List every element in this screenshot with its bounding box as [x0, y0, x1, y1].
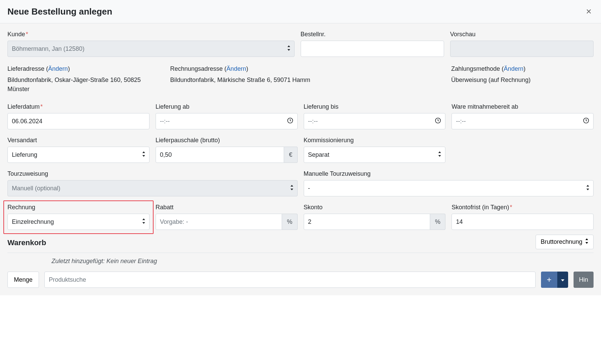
- shipaddr-label: Lieferadresse (Ändern): [7, 64, 163, 73]
- tourassign-placeholder: Manuell (optional): [12, 185, 60, 192]
- deliveryuntil-label: Lieferung bis: [304, 103, 446, 110]
- invoice-highlight: Rechnung Einzelrechnung: [3, 200, 154, 234]
- preview-input: [450, 41, 594, 57]
- deliveryuntil-input[interactable]: [304, 113, 446, 129]
- lastadded-text: Zuletzt hinzugefügt: Kein neuer Eintrag: [52, 258, 594, 265]
- quantity-button[interactable]: Menge: [7, 272, 39, 288]
- orderno-input[interactable]: [301, 41, 444, 57]
- close-icon: ×: [586, 6, 592, 17]
- skonto-label: Skonto: [304, 204, 446, 211]
- tourassign-select[interactable]: Manuell (optional): [7, 180, 298, 196]
- manualtour-value: -: [308, 185, 310, 192]
- caret-down-icon: [561, 277, 564, 282]
- paymethod-value: Überweisung (auf Rechnung): [451, 76, 594, 85]
- close-button[interactable]: ×: [584, 6, 594, 17]
- discount-input[interactable]: [156, 214, 282, 230]
- shipaddr-value: Bildundtonfabrik, Oskar-Jäger-Straße 160…: [7, 76, 163, 94]
- pricemode-select[interactable]: Bruttorechnung: [536, 235, 594, 249]
- picking-value: Separat: [308, 151, 329, 158]
- divider: [7, 253, 594, 253]
- discount-label: Rabatt: [156, 204, 298, 211]
- customer-select-value: Böhmermann, Jan (12580): [12, 45, 84, 52]
- deliverydate-input[interactable]: [7, 113, 149, 129]
- skontodeadline-input[interactable]: [452, 214, 594, 230]
- plus-icon: +: [547, 275, 552, 284]
- billaddr-change-link[interactable]: Ändern: [226, 65, 246, 72]
- tourassign-label: Tourzuweisung: [7, 170, 298, 177]
- picking-label: Kommissionierung: [304, 137, 446, 144]
- shipmethod-value: Lieferung: [12, 151, 37, 158]
- readyfrom-label: Ware mitnahmebereit ab: [452, 103, 594, 110]
- pricemode-value: Bruttorechnung: [541, 238, 582, 245]
- percent-addon: %: [282, 214, 297, 230]
- manualtour-select[interactable]: -: [304, 180, 594, 196]
- deliverydate-label: Lieferdatum: [7, 103, 149, 110]
- billaddr-value: Bildundtonfabrik, Märkische Straße 6, 59…: [170, 76, 444, 85]
- product-search-input[interactable]: [44, 272, 536, 288]
- manualtour-label: Manuelle Tourzuweisung: [304, 170, 594, 177]
- deliveryfrom-input[interactable]: [156, 113, 298, 129]
- picking-select[interactable]: Separat: [304, 147, 446, 163]
- deliveryfrom-label: Lieferung ab: [156, 103, 298, 110]
- skontodeadline-label: Skontofrist (in Tagen): [452, 204, 594, 211]
- customer-label: Kunde: [7, 31, 295, 38]
- paymethod-label: Zahlungsmethode (Ändern): [451, 64, 594, 73]
- percent-addon: %: [430, 214, 445, 230]
- hint-button[interactable]: Hin: [574, 272, 594, 288]
- shipmethod-select[interactable]: Lieferung: [7, 147, 149, 163]
- dialog-title: Neue Bestellung anlegen: [7, 6, 112, 17]
- add-product-split-button: +: [541, 272, 568, 288]
- add-product-button[interactable]: +: [541, 272, 557, 288]
- preview-label: Vorschau: [450, 31, 594, 38]
- orderno-label: Bestellnr.: [301, 31, 444, 38]
- customer-select[interactable]: Böhmermann, Jan (12580): [7, 41, 295, 57]
- invoice-label: Rechnung: [7, 204, 149, 211]
- skonto-input[interactable]: [304, 214, 430, 230]
- flatrate-input[interactable]: [156, 147, 284, 163]
- flatrate-label: Lieferpauschale (brutto): [156, 137, 298, 144]
- invoice-select[interactable]: Einzelrechnung: [7, 214, 149, 230]
- invoice-value: Einzelrechnung: [12, 218, 54, 226]
- chevron-updown-icon: [585, 238, 588, 245]
- billaddr-label: Rechnungsadresse (Ändern): [170, 64, 444, 73]
- readyfrom-input[interactable]: [452, 113, 594, 129]
- paymethod-change-link[interactable]: Ändern: [504, 65, 523, 72]
- dialog-header: Neue Bestellung anlegen ×: [0, 0, 601, 23]
- cart-heading: Warenkorb: [7, 238, 46, 247]
- shipmethod-label: Versandart: [7, 137, 149, 144]
- euro-addon: €: [284, 147, 297, 163]
- add-product-dropdown-toggle[interactable]: [557, 272, 568, 288]
- shipaddr-change-link[interactable]: Ändern: [48, 65, 68, 72]
